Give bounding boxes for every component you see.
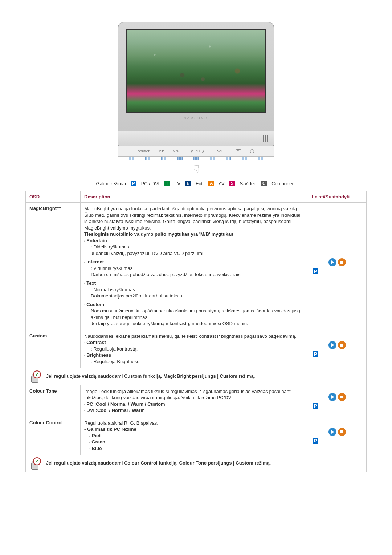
row-note-custom: ✓ Jei reguliuojate vaizdą naudodami Cust… bbox=[26, 368, 367, 385]
monitor-brand: SAMSUNG bbox=[184, 116, 208, 120]
note1-text: Jei reguliuojate vaizdą naudodami Custom… bbox=[46, 373, 255, 379]
custom-contrast-l1: : Reguliuoja kontrastą. bbox=[84, 346, 304, 352]
colourcontrol-play: P bbox=[308, 417, 367, 455]
play-icon bbox=[328, 341, 336, 349]
colourcontrol-desc: Reguliuoja atskirai R, G, B spalvas. - G… bbox=[81, 417, 308, 455]
stop-icon bbox=[338, 393, 346, 401]
mode-p-icon: P bbox=[131, 181, 136, 186]
mode-s-icon: S bbox=[229, 181, 235, 186]
th-osd: OSD bbox=[26, 191, 81, 203]
mode-s-label: : S-Video bbox=[237, 181, 256, 186]
monitor-speaker-bar bbox=[118, 131, 274, 146]
mb-text-l2: Dokumentacijos peržiūrai ir darbui su te… bbox=[84, 293, 304, 299]
mode-e-icon: E bbox=[185, 181, 191, 186]
row-colourcontrol: Colour Control Reguliuoja atskirai R, G,… bbox=[26, 417, 367, 455]
mode-e-label: : Ext. bbox=[193, 181, 204, 186]
custom-brightness-title: Brightness bbox=[84, 352, 111, 358]
ch-label: CH bbox=[195, 150, 200, 153]
ct-intro: Image Lock funkcija atliekamas tikslus s… bbox=[84, 389, 291, 401]
cc-l1: Reguliuoja atskirai R, G, B spalvas. bbox=[84, 420, 158, 426]
play-icon bbox=[328, 258, 336, 266]
plus-icon: + bbox=[225, 150, 227, 153]
btn-source: SOURCE bbox=[138, 150, 150, 153]
badge-p-icon: P bbox=[313, 438, 318, 444]
play-icon bbox=[328, 393, 336, 401]
note-icon: ✓ bbox=[29, 371, 40, 382]
badge-p-icon: P bbox=[313, 351, 318, 357]
cc-l2: - Galimas tik PC režime bbox=[84, 426, 136, 432]
colourtone-play: P bbox=[308, 385, 367, 417]
mb-intro: MagicBright yra nauja funkcija, padedant… bbox=[84, 206, 301, 231]
custom-label: Custom bbox=[26, 330, 81, 368]
minus-icon: − bbox=[213, 150, 215, 153]
mode-legend: Galimi režimai P : PC / DVI T : TV E : E… bbox=[25, 181, 367, 186]
monitor-controls: SOURCE PIP MENU ∨ CH ∧ − VOL + bbox=[118, 146, 274, 157]
row-custom: Custom Naudodamiesi ekrane pateikiamais … bbox=[26, 330, 367, 368]
cc-red: Red bbox=[84, 433, 101, 438]
magicbright-play: P bbox=[308, 203, 367, 330]
monitor-screen bbox=[126, 29, 266, 113]
note-icon: ✓ bbox=[29, 458, 40, 469]
custom-brightness-l1: : Reguliuoja Brightness. bbox=[84, 358, 304, 365]
mb-entertain-l1: : Didelis ryškumas bbox=[84, 244, 304, 250]
control-ticks bbox=[118, 157, 274, 162]
btn-vol-group: − VOL + bbox=[213, 150, 227, 153]
cc-blue: Blue bbox=[84, 446, 102, 451]
mb-text-title: Text bbox=[84, 280, 96, 286]
th-play: Leisti/Sustabdyti bbox=[308, 191, 367, 203]
btn-menu: MENU bbox=[173, 150, 182, 153]
vol-label: VOL bbox=[217, 150, 223, 153]
ct-pc: PC :Cool / Normal / Warm / Custom bbox=[84, 401, 165, 407]
stop-icon bbox=[338, 428, 346, 436]
hand-pointer-icon: ☟ bbox=[193, 163, 199, 175]
custom-desc: Naudodamiesi ekrane pateikiamais meniu, … bbox=[81, 330, 308, 368]
enter-icon bbox=[236, 149, 241, 153]
cc-green: Green bbox=[84, 439, 105, 445]
row-colourtone: Colour Tone Image Lock funkcija atliekam… bbox=[26, 385, 367, 417]
mode-c-label: : Component bbox=[269, 181, 296, 186]
note2-text: Jei reguliuojate vaizdą naudodami Colour… bbox=[46, 460, 271, 466]
mb-custom-l1: Nors mūsų inžinieriai kruopščiai parinko… bbox=[84, 308, 304, 320]
stop-icon bbox=[338, 258, 346, 266]
btn-ch-group: ∨ CH ∧ bbox=[191, 149, 204, 153]
osd-table: OSD Description Leisti/Sustabdyti MagicB… bbox=[25, 191, 367, 472]
row-note-colourcontrol: ✓ Jei reguliuojate vaizdą naudodami Colo… bbox=[26, 455, 367, 472]
mb-entertain-l2: Judančių vaizdų, pavyzdžiui, DVD arba VC… bbox=[84, 250, 304, 257]
magicbright-label: MagicBright™ bbox=[26, 203, 81, 330]
colourtone-label: Colour Tone bbox=[26, 385, 81, 417]
mode-p-label: : PC / DVI bbox=[138, 181, 159, 186]
badge-p-icon: P bbox=[313, 268, 318, 274]
mb-internet-l1: : Vidutinis ryškumas bbox=[84, 265, 304, 272]
mode-a-label: : AV bbox=[216, 181, 225, 186]
btn-pip: PIP bbox=[159, 150, 164, 153]
ct-dvi: DVI :Cool / Normal / Warm bbox=[84, 408, 145, 413]
colourcontrol-label: Colour Control bbox=[26, 417, 81, 455]
chevron-up-icon: ∧ bbox=[202, 149, 204, 153]
stop-icon bbox=[338, 341, 346, 349]
mb-internet-title: Internet bbox=[84, 259, 104, 264]
mb-text-l1: : Normalus ryškumas bbox=[84, 287, 304, 293]
th-description: Description bbox=[81, 191, 308, 203]
colourtone-desc: Image Lock funkcija atliekamas tikslus s… bbox=[81, 385, 308, 417]
mb-custom-l2: Jei taip yra, sureguliuokite ryškumą ir … bbox=[84, 320, 304, 327]
power-icon bbox=[250, 149, 254, 153]
play-icon bbox=[328, 428, 336, 436]
magicbright-desc: MagicBright yra nauja funkcija, padedant… bbox=[81, 203, 308, 330]
chevron-down-icon: ∨ bbox=[191, 149, 193, 153]
custom-play: P bbox=[308, 330, 367, 368]
mode-a-icon: A bbox=[208, 181, 214, 186]
monitor-illustration: SAMSUNG SOURCE PIP MENU ∨ CH ∧ − VOL + bbox=[25, 22, 367, 175]
badge-p-icon: P bbox=[313, 403, 318, 409]
mode-t-icon: T bbox=[164, 181, 170, 186]
monitor-bezel: SAMSUNG bbox=[118, 22, 274, 131]
mode-c-icon: C bbox=[261, 181, 267, 186]
custom-intro: Naudodamiesi ekrane pateikiamais meniu, … bbox=[84, 333, 297, 339]
legend-prefix: Galimi režimai bbox=[96, 181, 126, 186]
mb-entertain-title: Entertain bbox=[84, 238, 107, 243]
row-magicbright: MagicBright™ MagicBright yra nauja funkc… bbox=[26, 203, 367, 330]
custom-contrast-title: Contrast bbox=[84, 340, 106, 345]
mb-shortcut: Tiesioginis nuotolinio valdymo pulto myg… bbox=[84, 231, 235, 237]
mode-t-label: : TV bbox=[172, 181, 181, 186]
mb-custom-title: Custom bbox=[84, 302, 104, 307]
mb-internet-l2: Darbui su mišraus pobūdžio vaizdais, pav… bbox=[84, 271, 304, 278]
